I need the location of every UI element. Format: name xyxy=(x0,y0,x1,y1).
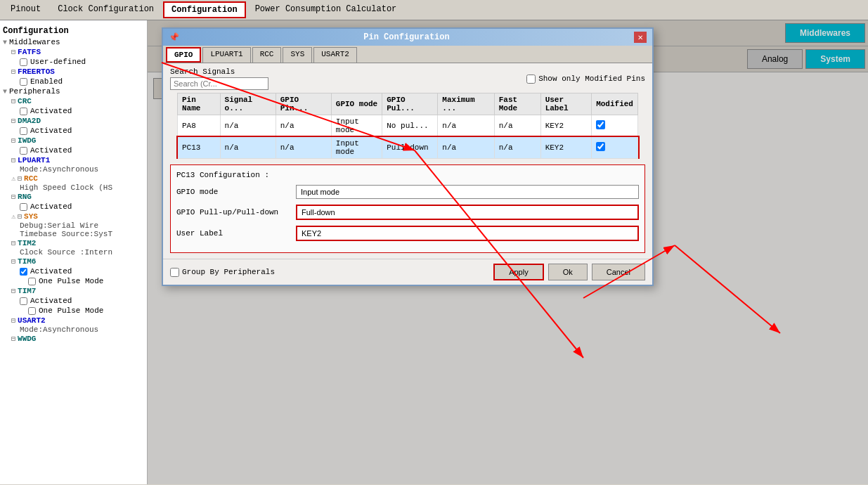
modal-close-btn[interactable]: ✕ xyxy=(634,32,647,43)
sys-timebase: Timebase Source:SysT xyxy=(20,230,144,238)
right-panel: Middlewares Analog System ⇄+ DMA → GPIO … xyxy=(148,20,868,484)
sidebar-item-dma2d[interactable]: ⊟ DMA2D xyxy=(11,116,144,126)
table-row-pc13[interactable]: PC13 n/a n/a Input mode Pull-down n/a n/… xyxy=(178,137,638,159)
sidebar-item-wwdg[interactable]: ⊟ WWDG xyxy=(11,334,144,344)
sidebar-tim7-activated[interactable]: Activated xyxy=(20,296,144,306)
ok-button[interactable]: Ok xyxy=(548,264,588,280)
tim6-checkbox[interactable] xyxy=(20,268,27,276)
sidebar-item-iwdg[interactable]: ⊟ IWDG xyxy=(11,136,144,146)
menu-power[interactable]: Power Consumption Calculator xyxy=(247,1,405,18)
group-checkbox[interactable] xyxy=(170,268,179,277)
fatfs-checkbox[interactable] xyxy=(20,58,27,66)
iwdg-icon: ⊟ xyxy=(11,136,15,145)
dma2d-checkbox[interactable] xyxy=(20,127,27,135)
apply-button[interactable]: Apply xyxy=(493,264,544,280)
gpio-pull-select[interactable]: Full-down Pull-up No pull xyxy=(296,205,639,220)
sidebar-rng-activated[interactable]: Activated xyxy=(20,202,144,212)
cell-gpio-pull-pc13: Pull-down xyxy=(382,137,438,159)
gpio-pull-label: GPIO Pull-up/Pull-down xyxy=(176,208,289,216)
sidebar-item-middlewares[interactable]: ▼ Middlewares xyxy=(3,37,144,47)
fatfs-icon: ⊟ xyxy=(11,48,15,56)
sidebar-item-tim2[interactable]: ⊟ TIM2 xyxy=(11,238,144,248)
search-label: Search Signals xyxy=(170,67,268,76)
config-title: PC13 Configuration : xyxy=(176,171,639,179)
show-modified-area: Show only Modified Pins xyxy=(526,75,645,84)
cell-user-label-pc13: KEY2 xyxy=(540,137,591,159)
sidebar-item-tim7[interactable]: ⊟ TIM7 xyxy=(11,286,144,296)
iwdg-checkbox[interactable] xyxy=(20,147,27,155)
col-maximum: Maximum ... xyxy=(438,93,494,115)
tab-rcc[interactable]: RCC xyxy=(252,47,282,63)
usart2-icon: ⊟ xyxy=(11,316,15,325)
sidebar-item-rcc[interactable]: ⚠ ⊟ RCC xyxy=(11,174,144,183)
menu-configuration[interactable]: Configuration xyxy=(163,1,246,18)
crc-icon: ⊟ xyxy=(11,97,15,105)
pin-configuration-modal: 📌 Pin Configuration ✕ GPIO LPUART1 RCC S… xyxy=(162,27,654,286)
cell-fast-mode: n/a xyxy=(494,115,540,137)
group-by-peripherals: Group By Peripherals xyxy=(170,268,275,277)
col-modified: Modified xyxy=(592,93,638,115)
sidebar-iwdg-activated[interactable]: Activated xyxy=(20,146,144,155)
modal-overlay: 📌 Pin Configuration ✕ GPIO LPUART1 RCC S… xyxy=(148,20,868,484)
freertos-checkbox[interactable] xyxy=(20,78,27,86)
cell-user-label: KEY2 xyxy=(540,115,591,137)
col-gpio-pull: GPIO Pul... xyxy=(382,93,438,115)
lpuart1-mode: Mode:Asynchronous xyxy=(20,165,144,174)
sidebar-item-peripherals[interactable]: ▼ Peripherals xyxy=(3,86,144,96)
sidebar-title: Configuration xyxy=(3,26,144,36)
rng-checkbox[interactable] xyxy=(20,203,27,211)
modal-titlebar: 📌 Pin Configuration ✕ xyxy=(163,29,652,46)
sidebar-item-fatfs[interactable]: ⊟ FATFS xyxy=(11,47,144,57)
tim7-icon: ⊟ xyxy=(11,287,15,295)
sidebar-item-freertos[interactable]: ⊟ FREERTOS xyxy=(11,67,144,77)
freertos-icon: ⊟ xyxy=(11,67,15,76)
tab-sys[interactable]: SYS xyxy=(283,47,312,63)
tim7-checkbox[interactable] xyxy=(20,297,27,305)
search-area: Search Signals Show only Modified Pins xyxy=(163,63,652,93)
sidebar-dma2d-activated[interactable]: Activated xyxy=(20,126,144,136)
menu-pinout[interactable]: Pinout xyxy=(3,1,48,18)
show-modified-checkbox[interactable] xyxy=(526,75,536,84)
dma2d-icon: ⊟ xyxy=(11,117,15,125)
gpio-mode-select-wrap: Input mode xyxy=(296,185,639,199)
sidebar-crc-activated[interactable]: Activated xyxy=(20,106,144,116)
tim7-pulse-checkbox[interactable] xyxy=(28,307,36,315)
tim6-pulse-checkbox[interactable] xyxy=(28,278,36,285)
sidebar-item-sys[interactable]: ⚠ ⊟ SYS xyxy=(11,212,144,221)
menu-clock[interactable]: Clock Configuration xyxy=(50,1,162,18)
tim6-icon: ⊟ xyxy=(11,257,15,266)
cell-gpio-mode: Input mode xyxy=(331,115,382,137)
tab-gpio[interactable]: GPIO xyxy=(166,47,201,63)
sidebar-item-tim6[interactable]: ⊟ TIM6 xyxy=(11,257,144,266)
show-modified-label: Show only Modified Pins xyxy=(538,75,645,83)
table-row[interactable]: PA8 n/a n/a Input mode No pul... n/a n/a… xyxy=(178,115,638,137)
rng-icon: ⊟ xyxy=(11,193,15,201)
sidebar-tim6-activated[interactable]: Activated xyxy=(20,266,144,276)
sidebar-item-crc[interactable]: ⊟ CRC xyxy=(11,96,144,106)
config-section: PC13 Configuration : GPIO mode Input mod… xyxy=(170,164,645,253)
cancel-button[interactable]: Cancel xyxy=(592,264,645,280)
modal-actions: Apply Ok Cancel xyxy=(493,264,645,280)
gpio-mode-select[interactable]: Input mode xyxy=(296,185,639,199)
cell-maximum-pc13: n/a xyxy=(438,137,494,159)
tab-lpuart1[interactable]: LPUART1 xyxy=(202,47,250,63)
sidebar-tim7-pulse[interactable]: One Pulse Mode xyxy=(28,306,144,316)
sidebar-item-usart2[interactable]: ⊟ USART2 xyxy=(11,316,144,325)
usart2-mode: Mode:Asynchronous xyxy=(20,325,144,334)
sidebar-item-rng[interactable]: ⊟ RNG xyxy=(11,192,144,202)
wwdg-icon: ⊟ xyxy=(11,335,15,343)
lpuart1-icon: ⊟ xyxy=(11,156,15,164)
crc-checkbox[interactable] xyxy=(20,108,27,115)
sidebar-tim6-pulse[interactable]: One Pulse Mode xyxy=(28,276,144,286)
cell-fast-mode-pc13: n/a xyxy=(494,137,540,159)
cell-modified-pc13 xyxy=(592,137,638,159)
sidebar-fatfs-userdefined[interactable]: User-defined xyxy=(20,57,144,67)
user-label-input[interactable] xyxy=(296,226,639,241)
sidebar-item-lpuart1[interactable]: ⊟ LPUART1 xyxy=(11,155,144,165)
gpio-table: Pin Name Signal o... GPIO Pin... GPIO mo… xyxy=(177,93,638,159)
modal-pin-icon: 📌 xyxy=(169,32,179,43)
search-input[interactable] xyxy=(170,77,268,90)
user-label-row: User Label xyxy=(176,226,639,241)
tab-usart2[interactable]: USART2 xyxy=(313,47,357,63)
sidebar-freertos-enabled[interactable]: Enabled xyxy=(20,77,144,86)
